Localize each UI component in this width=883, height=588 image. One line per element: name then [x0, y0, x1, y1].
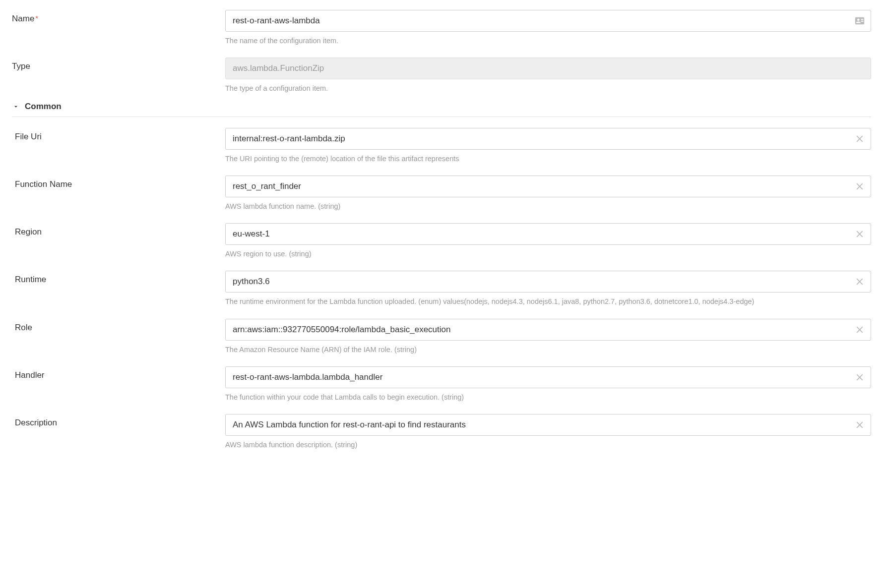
common-section-label: Common: [25, 102, 62, 112]
type-help: The type of a configuration item.: [225, 83, 871, 93]
name-row: Name* The name of the configuration item…: [12, 10, 871, 46]
runtime-help: The runtime environment for the Lambda f…: [225, 296, 871, 306]
chevron-down-icon: [12, 103, 20, 111]
clear-icon[interactable]: [854, 372, 865, 383]
runtime-row: Runtime The runtime environment for the …: [12, 271, 871, 306]
handler-input[interactable]: [225, 366, 871, 388]
section-divider: [12, 117, 871, 117]
runtime-label: Runtime: [12, 271, 225, 285]
required-asterisk: *: [35, 14, 38, 22]
name-input[interactable]: [225, 10, 871, 32]
clear-icon[interactable]: [854, 324, 865, 335]
clear-icon[interactable]: [854, 229, 865, 239]
id-card-icon[interactable]: [854, 15, 865, 26]
region-help: AWS region to use. (string): [225, 249, 871, 259]
type-row: Type The type of a configuration item.: [12, 58, 871, 93]
role-help: The Amazon Resource Name (ARN) of the IA…: [225, 345, 871, 354]
region-label: Region: [12, 223, 225, 237]
clear-icon[interactable]: [854, 276, 865, 287]
description-input[interactable]: [225, 414, 871, 436]
description-label: Description: [12, 414, 225, 428]
file-uri-help: The URI pointing to the (remote) locatio…: [225, 154, 871, 164]
clear-icon[interactable]: [854, 419, 865, 430]
role-row: Role The Amazon Resource Name (ARN) of t…: [12, 319, 871, 354]
handler-row: Handler The function within your code th…: [12, 366, 871, 402]
function-name-row: Function Name AWS lambda function name. …: [12, 176, 871, 211]
file-uri-input[interactable]: [225, 128, 871, 150]
type-input: [225, 58, 871, 79]
description-row: Description AWS lambda function descript…: [12, 414, 871, 450]
region-row: Region AWS region to use. (string): [12, 223, 871, 259]
clear-icon[interactable]: [854, 181, 865, 192]
function-name-label: Function Name: [12, 176, 225, 189]
description-help: AWS lambda function description. (string…: [225, 440, 871, 450]
function-name-help: AWS lambda function name. (string): [225, 201, 871, 211]
region-input[interactable]: [225, 223, 871, 245]
type-label: Type: [12, 58, 225, 71]
file-uri-row: File Uri The URI pointing to the (remote…: [12, 128, 871, 164]
file-uri-label: File Uri: [12, 128, 225, 142]
name-label: Name*: [12, 10, 225, 24]
common-section-toggle[interactable]: Common: [12, 99, 871, 117]
handler-help: The function within your code that Lambd…: [225, 392, 871, 402]
runtime-input[interactable]: [225, 271, 871, 293]
name-help: The name of the configuration item.: [225, 36, 871, 46]
handler-label: Handler: [12, 366, 225, 380]
role-label: Role: [12, 319, 225, 333]
clear-icon[interactable]: [854, 133, 865, 144]
role-input[interactable]: [225, 319, 871, 341]
function-name-input[interactable]: [225, 176, 871, 197]
